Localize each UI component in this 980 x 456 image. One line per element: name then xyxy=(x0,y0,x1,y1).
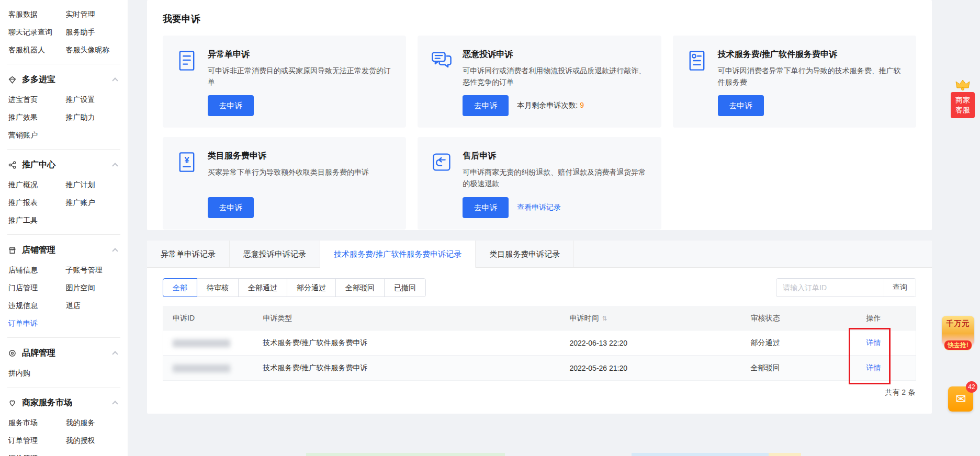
sidebar-item-service-market[interactable]: 服务市场 xyxy=(8,414,66,431)
sidebar-item-promo-effect[interactable]: 推广效果 xyxy=(8,108,66,126)
sidebar-item-my-services[interactable]: 我的服务 xyxy=(66,414,120,431)
divider xyxy=(7,64,120,64)
appeal-panel: 我要申诉 异常单申诉 可申诉非正常消费目的或买家原因导致无法正常发货的订单 去申… xyxy=(147,0,932,230)
bottom-strip-segment xyxy=(306,453,505,456)
card-title: 恶意投诉申诉 xyxy=(463,49,648,60)
sidebar-item-image-space[interactable]: 图片空间 xyxy=(66,279,120,297)
col-action: 操作 xyxy=(857,307,916,330)
brand-icon xyxy=(8,349,18,357)
go-appeal-button[interactable]: 去申诉 xyxy=(463,95,509,116)
col-review-status: 审核状态 xyxy=(741,307,857,330)
merchant-service-label[interactable]: 商家客服 xyxy=(951,92,975,118)
bottom-strip-segment xyxy=(769,453,801,456)
document-badge-icon xyxy=(685,49,709,116)
detail-link[interactable]: 详情 xyxy=(866,338,881,347)
go-appeal-button[interactable]: 去申诉 xyxy=(208,95,254,116)
filter-pending[interactable]: 待审核 xyxy=(197,278,239,297)
sidebar-top-group: 客服数据 实时管理 聊天记录查询 服务助手 客服机器人 客服头像昵称 xyxy=(8,5,120,59)
gem-icon xyxy=(8,75,18,84)
sidebar-item-promo-report[interactable]: 推广报表 xyxy=(8,193,66,211)
filter-withdrawn[interactable]: 已撤回 xyxy=(384,278,426,297)
sidebar-section-shop-management[interactable]: 店铺管理 xyxy=(8,239,120,261)
cell-appeal-time: 2022-06-13 22:20 xyxy=(560,330,741,356)
page-title: 我要申诉 xyxy=(147,0,932,36)
filter-all-passed[interactable]: 全部通过 xyxy=(238,278,287,297)
sidebar-item-violation-info[interactable]: 违规信息 xyxy=(8,297,66,314)
promo-float[interactable]: 千万元 快去抢! xyxy=(942,316,974,350)
sidebar-item-order-appeal[interactable]: 订单申诉 xyxy=(8,314,66,332)
sidebar-item-jinbao-home[interactable]: 进宝首页 xyxy=(8,90,66,108)
shop-icon xyxy=(8,246,18,254)
sidebar-item-promo-tools[interactable]: 推广工具 xyxy=(8,211,66,229)
sidebar-item-store-management[interactable]: 门店管理 xyxy=(8,279,66,297)
cell-review-status: 全部驳回 xyxy=(741,356,857,381)
appeal-card-abnormal-order: 异常单申诉 可申诉非正常消费目的或买家原因导致无法正常发货的订单 去申诉 xyxy=(163,36,406,128)
sidebar-item-service-assistant[interactable]: 服务助手 xyxy=(66,23,120,41)
sidebar-item-service-robot[interactable]: 客服机器人 xyxy=(8,41,66,59)
yen-document-icon: ¥ xyxy=(175,151,199,218)
messages-float[interactable]: ✉ 42 xyxy=(948,386,973,412)
promo-grab-button[interactable]: 快去抢! xyxy=(944,340,972,350)
monthly-quota: 本月剩余申诉次数:9 xyxy=(517,101,584,110)
filter-all-rejected[interactable]: 全部驳回 xyxy=(335,278,385,297)
sidebar-item-quit-shop[interactable]: 退店 xyxy=(66,297,120,314)
table-row: 技术服务费/推广软件服务费申诉 2022-06-13 22:20 部分通过 详情 xyxy=(163,330,916,356)
records-panel: 异常单申诉记录 恶意投诉申诉记录 技术服务费/推广软件服务费申诉记录 类目服务费… xyxy=(147,241,932,414)
sidebar-item-promo-overview[interactable]: 推广概况 xyxy=(8,176,66,193)
sidebar-item-marketing-account[interactable]: 营销账户 xyxy=(8,126,66,144)
search-button[interactable]: 查询 xyxy=(884,279,916,297)
divider xyxy=(7,234,120,235)
sidebar-item-my-authorization[interactable]: 我的授权 xyxy=(66,431,120,449)
sidebar-item-pinneigou[interactable]: 拼内购 xyxy=(8,364,66,382)
sidebar-item-avatar-nickname[interactable]: 客服头像昵称 xyxy=(66,41,120,59)
chevron-up-icon xyxy=(112,248,118,254)
sidebar-section-promotion-center[interactable]: 推广中心 xyxy=(8,154,120,176)
sort-icon[interactable]: ⇅ xyxy=(602,315,607,322)
sidebar-item-subaccount[interactable]: 子账号管理 xyxy=(66,261,120,279)
sidebar-item-promo-boost[interactable]: 推广助力 xyxy=(66,108,120,126)
go-appeal-button[interactable]: 去申诉 xyxy=(463,197,509,218)
order-id-input[interactable] xyxy=(776,283,884,292)
return-arrow-icon xyxy=(430,151,454,218)
records-tabbar: 异常单申诉记录 恶意投诉申诉记录 技术服务费/推广软件服务费申诉记录 类目服务费… xyxy=(147,241,932,268)
cell-appeal-time: 2022-05-26 21:20 xyxy=(560,356,741,381)
appeal-cards-grid: 异常单申诉 可申诉非正常消费目的或买家原因导致无法正常发货的订单 去申诉 恶意投… xyxy=(147,36,932,230)
promo-title: 千万元 xyxy=(947,319,970,328)
filter-all[interactable]: 全部 xyxy=(163,278,197,297)
sidebar-item-promo-account[interactable]: 推广账户 xyxy=(66,193,120,211)
tab-tech-fee-records[interactable]: 技术服务费/推广软件服务费申诉记录 xyxy=(320,241,476,268)
filter-row: 全部 待审核 全部通过 部分通过 全部驳回 已撤回 查询 xyxy=(163,278,916,297)
tab-malicious-records[interactable]: 恶意投诉申诉记录 xyxy=(230,241,320,267)
chat-bubbles-icon xyxy=(430,49,454,116)
card-desc: 可申诉因消费者异常下单行为导致的技术服务费、推广软件服务费 xyxy=(718,65,904,88)
appeal-card-after-sale: 售后申诉 可申诉商家无责的纠纷退款、赔付退款及消费者退货异常的极速退款 去申诉 … xyxy=(418,137,661,229)
cell-appeal-type: 技术服务费/推广软件服务费申诉 xyxy=(254,356,560,381)
sidebar-section-duoduo-jinbao[interactable]: 多多进宝 xyxy=(8,69,120,90)
card-desc: 可申诉商家无责的纠纷退款、赔付退款及消费者退货异常的极速退款 xyxy=(463,167,648,189)
view-appeal-records-link[interactable]: 查看申诉记录 xyxy=(517,203,561,212)
document-lines-icon xyxy=(175,49,199,116)
sidebar-item-order-management[interactable]: 订单管理 xyxy=(8,431,66,449)
section-title: 多多进宝 xyxy=(22,74,55,85)
card-title: 异常单申诉 xyxy=(208,49,393,60)
section-title: 店铺管理 xyxy=(22,245,55,256)
divider xyxy=(7,149,120,150)
sidebar-item-review-management[interactable]: 评价管理 xyxy=(8,449,66,456)
tab-category-fee-records[interactable]: 类目服务费申诉记录 xyxy=(476,241,574,267)
sidebar-item-realtime[interactable]: 实时管理 xyxy=(66,5,120,23)
heart-icon xyxy=(8,398,18,407)
detail-link[interactable]: 详情 xyxy=(866,363,881,372)
sidebar-item-shop-info[interactable]: 店铺信息 xyxy=(8,261,66,279)
sidebar-section-brand-management[interactable]: 品牌管理 xyxy=(8,342,120,364)
sidebar-item-promo-plan[interactable]: 推广计划 xyxy=(66,176,120,193)
filter-partial-passed[interactable]: 部分通过 xyxy=(287,278,336,297)
merchant-service-float[interactable]: 商家客服 xyxy=(951,78,975,118)
go-appeal-button[interactable]: 去申诉 xyxy=(718,95,764,116)
sidebar-section-service-market[interactable]: 商家服务市场 xyxy=(8,392,120,414)
cell-review-status: 部分通过 xyxy=(741,330,857,356)
tab-abnormal-records[interactable]: 异常单申诉记录 xyxy=(147,241,230,267)
sidebar-item-chat-log[interactable]: 聊天记录查询 xyxy=(8,23,66,41)
go-appeal-button[interactable]: 去申诉 xyxy=(208,197,254,218)
sidebar-item-customer-data[interactable]: 客服数据 xyxy=(8,5,66,23)
sidebar-item-promo-settings[interactable]: 推广设置 xyxy=(66,90,120,108)
